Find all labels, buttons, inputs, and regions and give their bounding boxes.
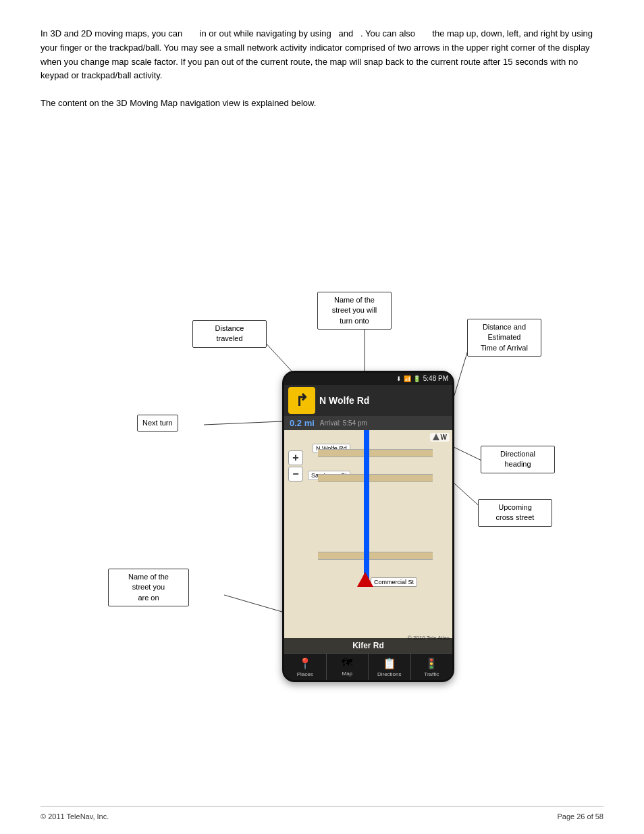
page-footer: © 2011 TeleNav, Inc. Page 26 of 58 — [41, 806, 603, 820]
annotation-name-street-on: Name of the street you are on — [108, 569, 189, 606]
footer-copyright: © 2011 TeleNav, Inc. — [41, 812, 109, 820]
nav-map[interactable]: 🗺 Map — [327, 654, 369, 680]
phone-mockup: ⬇ 📶 🔋 5:48 PM ↱ N Wolfe Rd 0.2 mi Arriva… — [282, 371, 454, 682]
distance-value: 0.2 mi — [290, 418, 315, 428]
road-cross-2 — [318, 474, 433, 482]
intro-paragraph: In 3D and 2D moving maps, you can in or … — [41, 27, 603, 83]
annotation-distance-traveled: Distance traveled — [192, 320, 267, 348]
road-cross-1 — [318, 449, 433, 457]
turn-arrow-box: ↱ — [288, 387, 315, 414]
footer-page-number: Page 26 of 58 — [557, 812, 603, 820]
sub-paragraph: The content on the 3D Moving Map navigat… — [41, 97, 603, 111]
nav-directions[interactable]: 📋 Directions — [369, 654, 411, 680]
current-street-bar: Kifer Rd — [284, 638, 452, 653]
status-bar: ⬇ 📶 🔋 5:48 PM — [284, 373, 452, 385]
status-icons: ⬇ 📶 🔋 — [396, 375, 421, 382]
compass-indicator: W — [430, 433, 450, 442]
nav-map-label: Map — [342, 671, 352, 677]
nav-header: ↱ N Wolfe Rd — [284, 385, 452, 416]
map-icon: 🗺 — [342, 657, 352, 669]
zoom-in-button[interactable]: + — [288, 450, 303, 465]
places-icon: 📍 — [298, 657, 312, 670]
annotation-distance-eta: Distance and Estimated Time of Arrival — [467, 319, 541, 357]
nav-traffic-label: Traffic — [424, 671, 439, 677]
road-cross-3 — [318, 552, 433, 560]
bottom-nav-bar: 📍 Places 🗺 Map 📋 Directions 🚦 Traffic — [284, 653, 452, 680]
svg-line-6 — [224, 595, 282, 612]
traffic-icon: 🚦 — [425, 657, 438, 670]
zoom-controls[interactable]: + − — [288, 450, 303, 481]
distance-bar: 0.2 mi Arrival: 5:54 pm — [284, 416, 452, 430]
route-line — [364, 430, 369, 585]
annotation-upcoming-cross: Upcoming cross street — [478, 499, 552, 527]
compass-letter: W — [441, 434, 447, 441]
position-arrow — [357, 572, 373, 587]
map-street-label-commercial: Commercial St — [371, 577, 417, 587]
zoom-out-button[interactable]: − — [288, 467, 303, 481]
diagram-area: Distance traveled Name of the street you… — [41, 131, 603, 590]
annotation-directional-heading: Directional heading — [481, 446, 555, 473]
directions-icon: 📋 — [383, 657, 396, 670]
signal-icon: 📶 — [404, 375, 411, 382]
status-time: 5:48 PM — [423, 375, 448, 382]
nav-places-label: Places — [297, 671, 313, 677]
annotation-next-turn: Next turn — [137, 415, 178, 432]
compass-up-triangle — [433, 434, 439, 440]
download-icon: ⬇ — [396, 375, 402, 382]
svg-line-3 — [204, 421, 282, 425]
nav-traffic[interactable]: 🚦 Traffic — [411, 654, 453, 680]
map-area: W + − N Wolfe Rd San Lucar Ct — [284, 430, 452, 653]
arrival-text: Arrival: 5:54 pm — [320, 419, 367, 427]
nav-directions-label: Directions — [377, 671, 402, 677]
nav-street-name: N Wolfe Rd — [319, 395, 448, 406]
annotation-name-turn-onto: Name of the street you will turn onto — [317, 292, 392, 330]
nav-places[interactable]: 📍 Places — [284, 654, 327, 680]
battery-icon: 🔋 — [413, 375, 421, 382]
